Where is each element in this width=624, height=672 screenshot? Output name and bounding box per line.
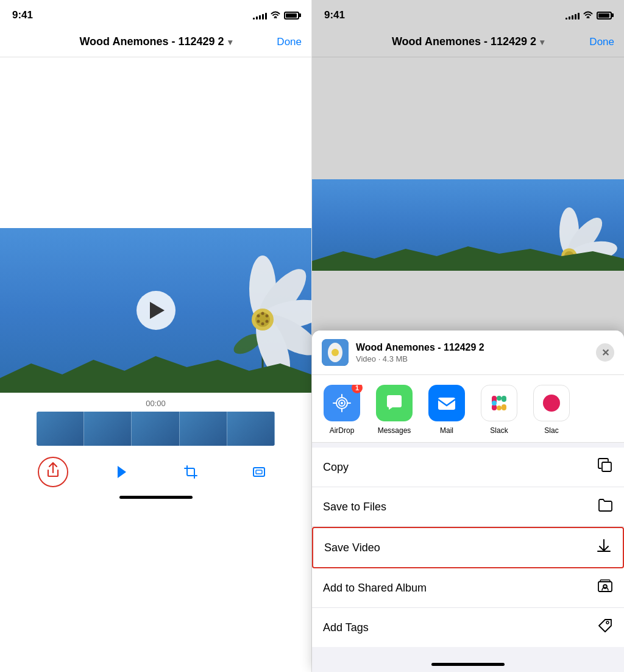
share-sheet-bottom-padding	[312, 647, 624, 659]
slack-label: Slack	[490, 426, 508, 435]
left-status-bar: 9:41	[0, 0, 311, 27]
share-icon	[46, 462, 60, 482]
play-icon	[150, 302, 165, 319]
share-app-mail[interactable]: Mail	[427, 385, 467, 435]
share-button[interactable]	[38, 457, 68, 487]
svg-point-33	[341, 402, 343, 404]
shared-album-label: Add to Shared Album	[323, 582, 427, 595]
share-actions: Copy Save to Files Sa	[312, 448, 624, 647]
right-video-top	[312, 57, 624, 179]
svg-rect-17	[256, 470, 262, 474]
shared-album-action[interactable]: Add to Shared Album	[312, 568, 624, 608]
svg-point-13	[266, 320, 269, 323]
messages-icon	[376, 385, 413, 421]
svg-rect-40	[497, 406, 502, 410]
svg-rect-16	[254, 468, 264, 476]
share-apps-scroll: 1 AirDrop Messages	[312, 385, 624, 435]
svg-point-14	[261, 323, 264, 326]
airdrop-icon: 1	[324, 385, 360, 421]
svg-rect-44	[598, 582, 612, 592]
save-video-action[interactable]: Save Video	[312, 527, 624, 568]
share-file-info: Wood Anemones - 112429 2 Video · 4.3 MB	[356, 342, 596, 363]
right-done-button[interactable]: Done	[589, 36, 614, 48]
left-video-area: 00:00	[0, 57, 311, 672]
add-tags-icon	[597, 618, 613, 637]
left-time: 9:41	[12, 9, 33, 21]
left-done-button[interactable]: Done	[277, 36, 302, 48]
left-bottom-controls: 00:00	[0, 393, 311, 516]
share-thumbnail	[322, 339, 349, 366]
right-signal-icon	[566, 12, 580, 20]
left-status-icons	[253, 10, 299, 20]
mail-icon	[428, 385, 465, 421]
left-wifi-icon	[271, 10, 280, 20]
right-nav-bar: Wood Anemones - 112429 2 ▾ Done	[312, 27, 624, 57]
right-chevron-down-icon: ▾	[540, 37, 544, 47]
play-button[interactable]	[136, 291, 176, 330]
video-timestamp: 00:00	[0, 399, 311, 408]
save-files-label: Save to Files	[323, 501, 386, 513]
right-status-icons	[566, 10, 612, 20]
svg-point-42	[543, 395, 560, 412]
filmstrip-thumb-2	[84, 412, 132, 446]
filmstrip	[37, 412, 275, 446]
svg-point-10	[257, 315, 260, 318]
shared-album-icon	[597, 578, 613, 598]
left-panel: 9:41 Wood Anemones - 112429 2 ▾ Done	[0, 0, 312, 672]
mail-label: Mail	[440, 426, 453, 435]
share-sheet: Wood Anemones - 112429 2 Video · 4.3 MB …	[312, 331, 624, 672]
right-battery-icon	[597, 12, 612, 20]
slack2-icon	[533, 385, 570, 421]
svg-point-30	[332, 349, 339, 356]
right-wifi-icon	[583, 10, 593, 20]
slack-icon	[481, 385, 517, 421]
share-sheet-header: Wood Anemones - 112429 2 Video · 4.3 MB …	[312, 331, 624, 375]
left-signal-icon	[253, 12, 267, 20]
filmstrip-thumb-1	[37, 412, 84, 446]
svg-rect-43	[602, 462, 611, 471]
aspect-ratio-button[interactable]	[244, 457, 274, 487]
right-status-bar: 9:41	[312, 0, 624, 27]
left-video-white-bg	[0, 57, 311, 228]
left-battery-icon	[284, 12, 299, 20]
svg-rect-37	[502, 396, 506, 402]
share-app-slack[interactable]: Slack	[479, 385, 519, 435]
play-small-button[interactable]	[107, 457, 136, 487]
chevron-down-icon: ▾	[228, 37, 232, 47]
add-tags-label: Add Tags	[323, 621, 369, 634]
save-video-label: Save Video	[324, 542, 380, 554]
edit-toolbar	[0, 448, 311, 496]
svg-point-12	[266, 315, 269, 318]
share-app-slack2[interactable]: Slac	[531, 385, 572, 435]
copy-action[interactable]: Copy	[312, 448, 624, 487]
right-time: 9:41	[324, 9, 345, 21]
copy-label: Copy	[323, 461, 349, 474]
share-app-airdrop[interactable]: 1 AirDrop	[322, 385, 362, 435]
svg-rect-34	[438, 398, 455, 410]
save-video-icon	[596, 538, 612, 557]
share-file-name: Wood Anemones - 112429 2	[356, 342, 575, 353]
left-nav-bar: Wood Anemones - 112429 2 ▾ Done	[0, 27, 311, 57]
svg-rect-39	[502, 404, 506, 410]
left-nav-title: Wood Anemones - 112429 2 ▾	[79, 35, 232, 48]
airdrop-label: AirDrop	[330, 426, 355, 435]
left-flower-image	[202, 240, 324, 374]
left-video-player[interactable]	[0, 228, 311, 393]
share-app-messages[interactable]: Messages	[374, 385, 414, 435]
right-panel: 9:41 Wood Anemones - 112429 2 ▾ Done	[312, 0, 624, 672]
svg-point-47	[606, 621, 609, 624]
airdrop-badge: 1	[352, 385, 363, 393]
add-tags-action[interactable]: Add Tags	[312, 608, 624, 647]
filmstrip-thumb-3	[132, 412, 179, 446]
crop-button[interactable]	[176, 457, 205, 487]
right-nav-title: Wood Anemones - 112429 2 ▾	[392, 35, 544, 48]
svg-rect-45	[600, 580, 610, 582]
messages-label: Messages	[378, 426, 411, 435]
home-indicator	[119, 496, 193, 499]
share-close-button[interactable]: ✕	[596, 343, 614, 362]
svg-point-11	[261, 312, 264, 315]
share-file-meta: Video · 4.3 MB	[356, 354, 596, 363]
filmstrip-thumb-4	[180, 412, 227, 446]
save-files-icon	[597, 497, 613, 517]
save-files-action[interactable]: Save to Files	[312, 487, 624, 527]
